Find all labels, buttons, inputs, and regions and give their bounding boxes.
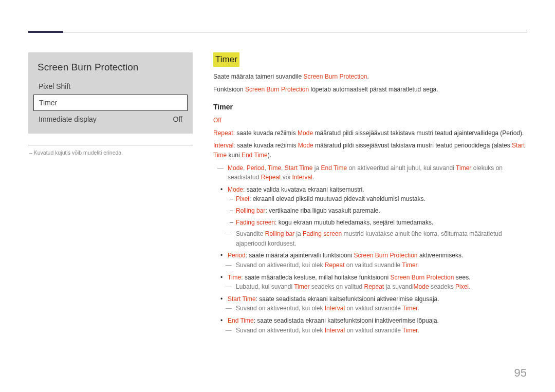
menu-item-label: Immediate display <box>39 115 97 123</box>
note-2: Suvandite Rolling bar ja Fading screen m… <box>228 229 527 248</box>
note-5: Suvand on aktiveeritud, kui olek Interva… <box>228 304 527 313</box>
line-interval: Interval: saate kuvada režiimis Mode mää… <box>213 141 527 160</box>
note-4: Lubatud, kui suvandi Timer seadeks on va… <box>228 282 527 292</box>
mode-sublist: Pixel: ekraanil olevad pikslid muutuvad … <box>228 194 527 227</box>
value-off: Off <box>213 116 527 125</box>
menu-item-immediate-display[interactable]: Immediate display Off <box>33 111 188 127</box>
section-heading-timer: Timer <box>213 52 239 67</box>
page-accent-bar <box>28 31 63 33</box>
note-1: Mode, Period, Time, Start Time ja End Ti… <box>213 163 527 182</box>
footnote: Kuvatud kujutis võib mudeliti erineda. <box>28 150 193 156</box>
line-repeat: Repeat: saate kuvada režiimis Mode määra… <box>213 128 527 138</box>
bullet-start-time: Start Time: saate seadistada ekraani kai… <box>228 294 527 313</box>
bullet-period: Period: saate määrata ajaintervalli funk… <box>228 251 527 270</box>
menu-item-pixel-shift[interactable]: Pixel Shift <box>33 78 188 95</box>
menu-title: Screen Burn Protection <box>33 59 188 78</box>
bullet-time: Time: saate määratleda kestuse, millal h… <box>228 273 527 292</box>
menu-item-timer[interactable]: Timer <box>33 95 188 111</box>
intro-line-1: Saate määrata taimeri suvandile Screen B… <box>213 72 527 82</box>
page-content: Screen Burn Protection Pixel Shift Timer… <box>0 0 555 338</box>
note-3: Suvand on aktiveeritud, kui olek Repeat … <box>228 260 527 270</box>
menu-box: Screen Burn Protection Pixel Shift Timer… <box>28 52 193 134</box>
left-divider <box>28 145 193 145</box>
intro-line-2: Funktsioon Screen Burn Protection lõpeta… <box>213 85 527 95</box>
subheading-timer: Timer <box>213 102 527 113</box>
bullet-mode: Mode: saate valida kuvatava ekraani kait… <box>213 185 527 335</box>
bullet-end-time: End Time: saate seadistada ekraani kaits… <box>228 316 527 335</box>
note-6: Suvand on aktiveeritud, kui olek Interva… <box>228 326 527 335</box>
left-column: Screen Burn Protection Pixel Shift Timer… <box>28 52 213 338</box>
right-column: Timer Saate määrata taimeri suvandile Sc… <box>213 52 527 338</box>
page-number: 95 <box>514 366 527 380</box>
page-top-rule <box>28 32 527 32</box>
menu-item-value: Off <box>173 115 182 123</box>
